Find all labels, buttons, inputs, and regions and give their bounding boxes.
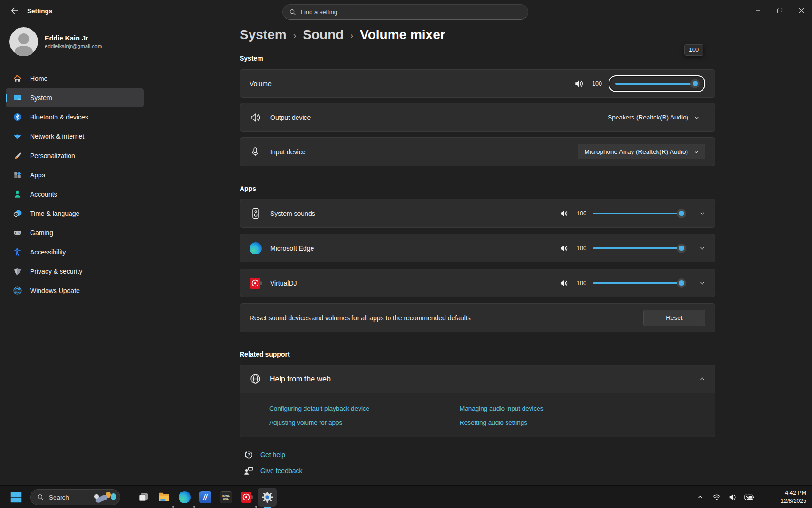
sidebar-item-label: Accounts [30, 190, 57, 198]
user-name: Eddie Kain Jr [45, 34, 102, 42]
speaker-icon [574, 79, 584, 89]
virtualdj-button[interactable] [237, 488, 256, 507]
sidebar-item-personalization[interactable]: Personalization [6, 146, 144, 165]
home-icon [13, 74, 22, 83]
apps-section-heading: Apps [240, 185, 256, 192]
running-indicator [193, 506, 195, 508]
sidebar-item-apps[interactable]: Apps [6, 166, 144, 184]
sidebar-item-network-internet[interactable]: Network & internet [6, 127, 144, 146]
sidebar-item-gaming[interactable]: Gaming [6, 223, 144, 242]
chevron-up-icon [697, 494, 703, 500]
help-from-web-header[interactable]: Help from the web [240, 365, 715, 393]
expand-app-button[interactable] [699, 210, 705, 216]
output-device-dropdown[interactable]: Speakers (Realtek(R) Audio) [602, 110, 705, 125]
sidebar-item-accessibility[interactable]: Accessibility [6, 243, 144, 262]
window-controls [747, 0, 812, 21]
user-profile[interactable]: Eddie Kain Jr eddielkainjr@gmail.com [9, 27, 102, 56]
task-view-button[interactable] [134, 488, 153, 507]
restore-button[interactable] [769, 0, 790, 21]
tray-expand-button[interactable] [694, 494, 707, 500]
sidebar-item-accounts[interactable]: Accounts [6, 185, 144, 204]
breadcrumb-separator: › [293, 29, 297, 41]
settings-button-active[interactable] [258, 488, 277, 507]
windows-update-icon [13, 286, 22, 295]
breadcrumb-sound[interactable]: Sound [303, 27, 344, 42]
file-explorer-button[interactable] [155, 488, 173, 507]
expand-app-button[interactable] [699, 245, 705, 251]
brush-icon [13, 151, 22, 160]
system-sounds-icon [250, 207, 262, 220]
windows-logo-icon [10, 492, 22, 503]
sidebar-item-windows-update[interactable]: Windows Update [6, 281, 144, 300]
slider-thumb[interactable] [677, 278, 686, 288]
wifi-tray-button[interactable] [710, 493, 723, 501]
minimize-icon [755, 8, 761, 13]
user-email: eddielkainjr@gmail.com [45, 43, 102, 49]
speaker-icon [728, 493, 737, 501]
app-name: Microsoft Edge [270, 245, 314, 252]
give-feedback-link[interactable]: Give feedback [243, 466, 303, 476]
output-device-row: Output device Speakers (Realtek(R) Audio… [240, 103, 715, 132]
help-links-panel: Configuring default playback device Mana… [240, 393, 715, 437]
taskbar-clock[interactable]: 4:42 PM 12/8/2025 [781, 489, 806, 505]
battery-charging-icon [744, 493, 755, 501]
breadcrumb-system[interactable]: System [240, 27, 287, 42]
sidebar-item-time-language[interactable]: Time & language [6, 204, 144, 223]
app-volume-value: 100 [575, 245, 586, 252]
search-icon [37, 494, 44, 501]
start-button[interactable] [7, 488, 25, 507]
close-icon [798, 8, 804, 14]
app-volume-slider[interactable] [593, 209, 685, 218]
system-volume-slider[interactable] [615, 79, 699, 88]
chevron-down-icon [699, 245, 705, 251]
find-a-setting-search[interactable]: Find a setting [282, 4, 528, 20]
slider-thumb[interactable] [690, 79, 700, 88]
system-tray [694, 486, 757, 508]
edge-button[interactable] [175, 488, 194, 507]
battery-tray-button[interactable] [742, 493, 757, 501]
sidebar-item-label: Personalization [30, 152, 75, 159]
microsoft-edge-icon [250, 242, 262, 254]
bluetooth-icon [13, 113, 22, 121]
chevron-up-icon[interactable] [699, 376, 705, 382]
speaker-icon [559, 244, 569, 253]
sidebar-item-privacy-security[interactable]: Privacy & security [6, 262, 144, 281]
search-highlight-image [94, 491, 118, 504]
wifi-icon [13, 132, 22, 141]
volume-tray-button[interactable] [726, 493, 739, 501]
get-help-link[interactable]: ? Get help [243, 450, 285, 460]
help-link-adjust-volume[interactable]: Adjusting volume for apps [269, 419, 342, 426]
sidebar-item-label: Accessibility [30, 248, 66, 256]
expand-app-button[interactable] [699, 280, 705, 286]
help-link-playback[interactable]: Configuring default playback device [269, 405, 369, 412]
speaker-icon [559, 209, 569, 218]
app-name: VirtualDJ [270, 279, 297, 287]
system-section-heading: System [240, 55, 263, 62]
help-link-input-devices[interactable]: Managing audio input devices [460, 405, 544, 412]
sidebar-item-home[interactable]: Home [6, 69, 144, 88]
taskbar-search[interactable]: Search [30, 489, 120, 505]
input-device-dropdown[interactable]: Microphone Array (Realtek(R) Audio) [578, 144, 705, 159]
app-volume-slider[interactable] [593, 278, 685, 288]
help-from-web-label: Help from the web [270, 375, 331, 383]
slider-thumb[interactable] [677, 209, 686, 218]
minimize-button[interactable] [747, 0, 769, 21]
close-button[interactable] [790, 0, 812, 21]
input-device-row: Input device Microphone Array (Realtek(R… [240, 137, 715, 166]
app-volume-slider[interactable] [593, 244, 685, 253]
back-button[interactable] [7, 4, 23, 18]
taskbar: Search // [0, 485, 812, 508]
sidebar-item-bluetooth-devices[interactable]: Bluetooth & devices [6, 108, 144, 127]
slider-thumb[interactable] [677, 244, 686, 253]
app-button-slashes[interactable]: // [196, 488, 215, 507]
rane-one-icon: RANE ONE [220, 491, 232, 503]
help-link-reset-audio[interactable]: Resetting audio settings [460, 419, 527, 426]
sidebar-item-system[interactable]: System [6, 88, 144, 107]
rane-one-button[interactable]: RANE ONE [217, 488, 235, 507]
globe-icon [250, 373, 261, 385]
clock-date: 12/8/2025 [781, 497, 806, 505]
reset-button[interactable]: Reset [643, 310, 705, 326]
volume-row: Volume 100 100 [240, 69, 715, 98]
shield-icon [13, 267, 22, 276]
input-device-label: Input device [270, 148, 306, 156]
